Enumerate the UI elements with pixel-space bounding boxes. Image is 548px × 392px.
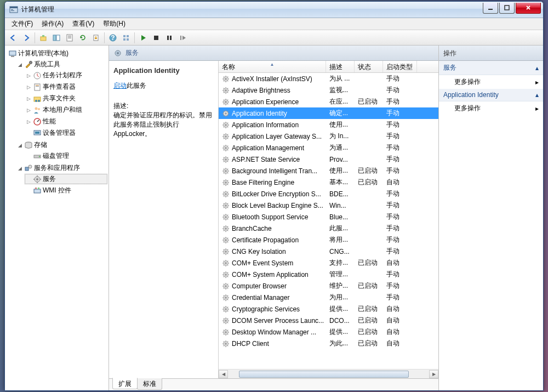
start-service-link[interactable]: 启动 [113,82,127,89]
service-row[interactable]: BitLocker Drive Encryption S...BDE...手动 [219,188,438,200]
actions-more-2[interactable]: 更多操作▸ [439,101,543,115]
window-title: 计算机管理 [21,5,483,14]
service-row[interactable]: DHCP Client为此...已启动自动 [219,338,438,349]
description-text: 确定并验证应用程序的标识。禁用此服务将阻止强制执行 AppLocker。 [113,111,214,139]
tree-services[interactable]: 服务 [25,174,107,184]
service-row[interactable]: Desktop Window Manager ...提供...已启动自动 [219,326,438,338]
show-hide-tree-button[interactable] [50,32,62,44]
service-row[interactable]: Application Experience在应...已启动手动 [219,96,438,107]
service-row[interactable]: Application Identity确定...手动 [219,107,438,119]
tree-local-users[interactable]: ▷本地用户和组 [25,105,107,115]
service-row[interactable]: Adaptive Brightness监视...手动 [219,84,438,96]
service-row[interactable]: Certificate Propagation将用...手动 [219,234,438,246]
service-detail: Application Identity 启动此服务 描述: 确定并验证应用程序… [109,61,219,378]
service-row[interactable]: COM+ Event System支持...已启动自动 [219,257,438,269]
close-button[interactable] [516,3,541,14]
expand-icon[interactable]: ▷ [26,84,32,90]
navigation-tree[interactable]: 计算机管理(本地) ◢系统工具 ▷任务计划程序 ▷事件查看器 ▷共享文件夹 ▷本… [5,46,109,390]
actions-group-services[interactable]: 服务▴ [439,61,543,75]
tree-services-apps[interactable]: ◢服务和应用程序 [16,163,107,173]
collapse-icon[interactable]: ◢ [17,142,23,148]
pause-button[interactable] [163,32,175,44]
tab-standard[interactable]: 标准 [137,378,162,390]
tree-disk-mgmt[interactable]: 磁盘管理 [25,151,107,161]
scroll-thumb[interactable] [239,371,409,378]
tree-device-manager[interactable]: 设备管理器 [25,128,107,138]
tree-event-viewer[interactable]: ▷事件查看器 [25,82,107,92]
menu-file[interactable]: 文件(F) [7,18,37,30]
minimize-button[interactable] [483,3,498,14]
expand-icon[interactable]: ▷ [26,118,32,124]
titlebar[interactable]: 计算机管理 [5,2,543,18]
horizontal-scrollbar[interactable]: ◀ ▶ [219,369,438,378]
toolbar-btn-9[interactable] [120,32,132,44]
help-button[interactable]: ? [107,32,119,44]
tree-root[interactable]: 计算机管理(本地) [7,48,107,59]
service-row[interactable]: Cryptographic Services提供...已启动自动 [219,303,438,315]
maximize-button[interactable] [499,3,515,14]
col-name[interactable]: 名称▲ [219,61,326,72]
export-button[interactable] [90,32,102,44]
up-button[interactable] [37,32,49,44]
svg-rect-46 [34,189,41,193]
service-row[interactable]: Base Filtering Engine基本...已启动自动 [219,177,438,188]
tree-system-tools[interactable]: ◢系统工具 [16,59,107,70]
disk-icon [33,152,42,161]
service-row[interactable]: Background Intelligent Tran...使用...已启动手动 [219,165,438,177]
service-row[interactable]: Block Level Backup Engine S...Win...手动 [219,200,438,211]
users-icon [33,106,42,115]
svg-rect-1 [10,7,18,8]
col-status[interactable]: 状态 [355,61,383,72]
expand-icon[interactable]: ▷ [26,107,32,113]
tree-task-scheduler[interactable]: ▷任务计划程序 [25,70,107,81]
refresh-button[interactable] [77,32,89,44]
actions-group-selected[interactable]: Application Identity▴ [439,89,543,101]
service-row[interactable]: Application Layer Gateway S...为 In...手动 [219,130,438,142]
properties-button[interactable] [64,32,76,44]
service-row[interactable]: Credential Manager为用...手动 [219,292,438,303]
tree-shared-folders[interactable]: ▷共享文件夹 [25,93,107,104]
svg-rect-21 [167,36,169,40]
svg-point-92 [225,308,227,310]
service-row[interactable]: ASP.NET State ServiceProv...手动 [219,154,438,165]
menu-view[interactable]: 查看(V) [68,18,99,30]
service-row[interactable]: DCOM Server Process Launc...DCO...已启动自动 [219,315,438,326]
service-row[interactable]: Bluetooth Support ServiceBlue...手动 [219,211,438,223]
forward-button[interactable] [20,32,32,44]
collapse-icon[interactable]: ◢ [17,165,23,171]
wmi-icon [33,186,42,195]
service-row[interactable]: COM+ System Application管理...手动 [219,269,438,280]
svg-rect-22 [170,36,172,40]
svg-point-66 [225,158,227,161]
tree-wmi[interactable]: WMI 控件 [25,185,107,196]
back-button[interactable] [7,32,19,44]
expand-icon[interactable]: ▷ [26,72,32,78]
scroll-left-button[interactable]: ◀ [219,370,228,378]
play-button[interactable] [137,32,149,44]
svg-point-45 [36,178,38,180]
col-desc[interactable]: 描述 [326,61,355,72]
col-start[interactable]: 启动类型 [383,61,417,72]
column-headers[interactable]: 名称▲ 描述 状态 启动类型 [219,61,438,73]
tree-performance[interactable]: ▷性能 [25,116,107,127]
restart-button[interactable] [176,32,189,44]
service-row[interactable]: Application Information使用...手动 [219,119,438,130]
service-row[interactable]: ActiveX Installer (AxInstSV)为从 ...手动 [219,73,438,84]
menu-help[interactable]: 帮助(H) [99,18,130,30]
collapse-icon[interactable]: ◢ [17,61,23,67]
service-row[interactable]: Application Management为通...手动 [219,142,438,154]
svg-point-64 [225,147,227,149]
tab-extended[interactable]: 扩展 [112,378,138,389]
actions-more-1[interactable]: 更多操作▸ [439,75,543,89]
service-row[interactable]: BranchCache此服...手动 [219,223,438,234]
scroll-right-button[interactable]: ▶ [429,370,438,378]
expand-icon[interactable]: ▷ [26,95,32,101]
stop-button[interactable] [150,32,162,44]
app-icon [9,5,18,14]
service-row[interactable]: Computer Browser维护...已启动手动 [219,280,438,292]
list-rows[interactable]: ActiveX Installer (AxInstSV)为从 ...手动Adap… [219,73,438,369]
tree-storage[interactable]: ◢存储 [16,140,107,150]
service-row[interactable]: CNG Key IsolationCNG...手动 [219,246,438,257]
svg-rect-4 [488,9,493,10]
menu-action[interactable]: 操作(A) [37,18,68,30]
